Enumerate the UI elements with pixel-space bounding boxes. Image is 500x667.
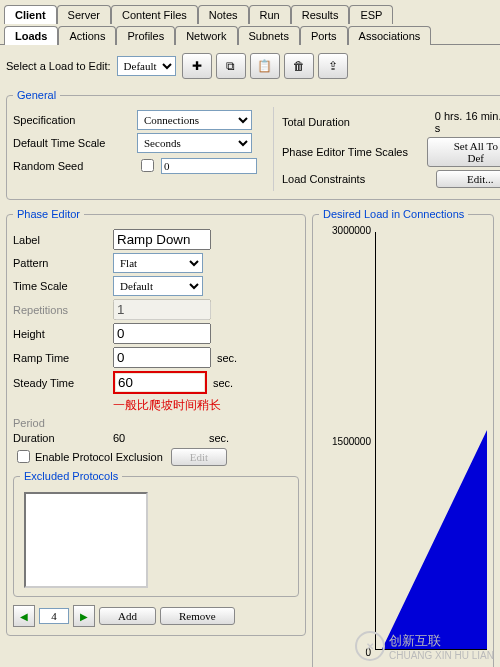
duration-value: 60: [113, 432, 203, 444]
seed-checkbox[interactable]: [141, 159, 154, 172]
steady-unit: sec.: [213, 377, 243, 389]
chart-group: Desired Load in Connections 300000015000…: [312, 208, 494, 667]
delete-icon[interactable]: 🗑: [284, 53, 314, 79]
ramp-input[interactable]: [113, 347, 211, 368]
select-load-label: Select a Load to Edit:: [6, 60, 111, 72]
annotation-text: 一般比爬坡时间稍长: [113, 397, 299, 414]
tab-actions[interactable]: Actions: [58, 26, 116, 45]
y-tick: 3000000: [332, 225, 371, 236]
add-phase-button[interactable]: Add: [99, 607, 156, 625]
tab-server[interactable]: Server: [57, 5, 111, 24]
ptimescale-label: Time Scale: [13, 280, 113, 292]
duration-unit: sec.: [209, 432, 239, 444]
chart-legend: Desired Load in Connections: [319, 208, 468, 220]
watermark-logo-icon: ✕: [355, 631, 385, 661]
new-icon[interactable]: ✚: [182, 53, 212, 79]
tab-results[interactable]: Results: [291, 5, 350, 24]
tab-loads[interactable]: Loads: [4, 26, 58, 45]
tab-associations[interactable]: Associations: [348, 26, 432, 45]
phase-index-input[interactable]: [39, 608, 69, 624]
ptimescale-select[interactable]: Default: [113, 276, 203, 296]
totaldur-label: Total Duration: [282, 116, 431, 128]
chart-area: [382, 232, 487, 649]
general-group: General SpecificationConnections Default…: [6, 89, 500, 200]
spec-label: Specification: [13, 114, 133, 126]
tab-ports[interactable]: Ports: [300, 26, 348, 45]
seed-input[interactable]: [161, 158, 257, 174]
reps-label: Repetitions: [13, 304, 113, 316]
constraints-label: Load Constraints: [282, 173, 432, 185]
reps-input: [113, 299, 211, 320]
pattern-select[interactable]: Flat: [113, 253, 203, 273]
remove-phase-button[interactable]: Remove: [160, 607, 235, 625]
load-select[interactable]: Default: [117, 56, 176, 76]
totaldur-value: 0 hrs. 16 min. 55 s: [435, 110, 500, 134]
spec-select[interactable]: Connections: [137, 110, 252, 130]
excl-proto-legend: Excluded Protocols: [20, 470, 122, 482]
tab-esp[interactable]: ESP: [349, 5, 393, 24]
setall-button[interactable]: Set All To Def: [427, 137, 500, 167]
ramp-unit: sec.: [217, 352, 247, 364]
phase-editor-group: Phase Editor Label PatternFlat Time Scal…: [6, 208, 306, 636]
y-tick: 1500000: [332, 436, 371, 447]
timescale-select[interactable]: Seconds: [137, 133, 252, 153]
phasescales-label: Phase Editor Time Scales: [282, 146, 423, 158]
excl-edit-button: Edit: [171, 448, 227, 466]
next-phase-button[interactable]: ▶: [73, 605, 95, 627]
steady-label: Steady Time: [13, 377, 113, 389]
tab-profiles[interactable]: Profiles: [116, 26, 175, 45]
steady-input[interactable]: [116, 374, 204, 391]
prev-phase-button[interactable]: ◀: [13, 605, 35, 627]
phase-editor-legend: Phase Editor: [13, 208, 84, 220]
pattern-label: Pattern: [13, 257, 113, 269]
export-icon[interactable]: ⇪: [318, 53, 348, 79]
watermark: ✕ 创新互联CHUANG XIN HU LIAN: [355, 631, 494, 661]
tab-subnets[interactable]: Subnets: [238, 26, 300, 45]
tab-content-files[interactable]: Content Files: [111, 5, 198, 24]
height-input[interactable]: [113, 323, 211, 344]
timescale-label: Default Time Scale: [13, 137, 133, 149]
tab-run[interactable]: Run: [249, 5, 291, 24]
constraints-edit-button[interactable]: Edit...: [436, 170, 500, 188]
copy-icon[interactable]: ⧉: [216, 53, 246, 79]
label-input[interactable]: [113, 229, 211, 250]
period-label: Period: [13, 417, 113, 429]
ramp-label: Ramp Time: [13, 352, 113, 364]
paste-icon[interactable]: 📋: [250, 53, 280, 79]
tab-notes[interactable]: Notes: [198, 5, 249, 24]
seed-label: Random Seed: [13, 160, 133, 172]
duration-label: Duration: [13, 432, 113, 444]
load-chart: 300000015000000: [327, 226, 487, 656]
excluded-list[interactable]: [24, 492, 148, 588]
height-label: Height: [13, 328, 113, 340]
tab-network[interactable]: Network: [175, 26, 237, 45]
excl-label: Enable Protocol Exclusion: [35, 451, 163, 463]
excl-checkbox[interactable]: [17, 450, 30, 463]
label-label: Label: [13, 234, 113, 246]
general-legend: General: [13, 89, 60, 101]
tab-client[interactable]: Client: [4, 5, 57, 24]
